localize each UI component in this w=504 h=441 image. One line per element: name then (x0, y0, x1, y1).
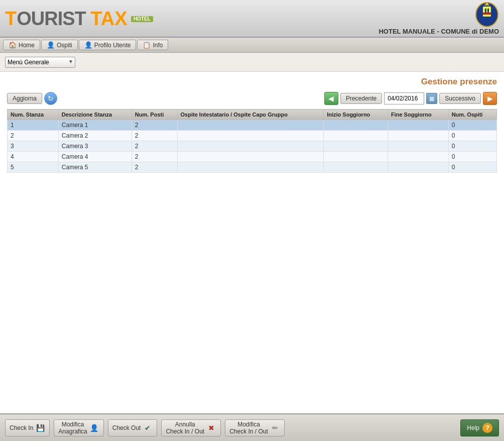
table-row[interactable]: 5Camera 520 (8, 162, 497, 173)
tab-ospiti[interactable]: 👤 Ospiti (41, 40, 78, 50)
modifica-anagrafica-button[interactable]: Modifica Anagrafica 👤 (54, 419, 103, 436)
info-icon: 📋 (143, 41, 151, 49)
table-row[interactable]: 3Camera 320 (8, 141, 497, 152)
table-cell: 5 (8, 162, 59, 173)
table-row[interactable]: 1Camera 120 (8, 120, 497, 131)
table-cell: 4 (8, 152, 59, 162)
table-cell: 1 (8, 120, 59, 131)
nav-controls: ◀ Precedente ▦ Successivo ▶ (324, 92, 497, 105)
table-cell: 0 (448, 141, 496, 152)
modifica-checkin-label: Modifica Check In / Out (229, 421, 268, 435)
edit-person-icon: 👤 (89, 423, 99, 433)
home-icon: 🏠 (9, 41, 17, 49)
table-cell: 2 (132, 141, 177, 152)
refresh-button[interactable]: ↻ (44, 92, 57, 105)
table-cell (388, 152, 448, 162)
col-inizio: Inizio Soggiorno (324, 109, 388, 120)
table-cell: Camera 1 (58, 120, 132, 131)
help-button[interactable]: Help ? (460, 419, 499, 436)
header-right: HOTEL MANUALE - COMUNE di DEMO (379, 2, 499, 35)
tab-profilo-utente[interactable]: 👤 Profilo Utente (79, 40, 137, 50)
logo-ourist: OURIST (17, 8, 90, 29)
col-fine: Fine Soggiorno (388, 109, 448, 120)
menu-generale-select[interactable]: Menù Generale Gestione Presenze Anagrafi… (5, 57, 75, 68)
table-cell: 2 (132, 120, 177, 131)
check-in-button[interactable]: Check In 💾 (5, 419, 50, 436)
hotel-name: HOTEL MANUALE - COMUNE di DEMO (379, 28, 499, 35)
table-cell (177, 141, 324, 152)
footer: Check In 💾 Modifica Anagrafica 👤 Check O… (0, 413, 504, 441)
table-cell (177, 131, 324, 141)
table-cell: Camera 5 (58, 162, 132, 173)
precedente-label: Precedente (346, 95, 376, 102)
table-cell: 3 (8, 141, 59, 152)
cancel-icon: ✖ (206, 423, 216, 433)
table-cell (324, 141, 388, 152)
modifica-anagrafica-label: Modifica Anagrafica (58, 421, 87, 435)
successivo-button[interactable]: Successivo (439, 93, 481, 104)
check-out-button[interactable]: Check Out ✔ (108, 419, 158, 436)
pencil-icon: ✏ (270, 423, 280, 433)
col-num-posti: Num. Posti (132, 109, 177, 120)
logo-area: TOURIST TAX HOTEL (5, 9, 153, 28)
table-row[interactable]: 4Camera 420 (8, 152, 497, 162)
successivo-label: Successivo (445, 95, 475, 102)
date-input[interactable] (384, 92, 424, 104)
page-title: Gestione presenze (7, 77, 497, 87)
svg-rect-2 (485, 9, 486, 13)
aggiorna-button[interactable]: Aggiorna (7, 93, 42, 104)
table-cell (324, 131, 388, 141)
col-num-stanza: Num. Stanza (8, 109, 59, 120)
tab-home[interactable]: 🏠 Home (3, 40, 40, 50)
calendar-icon: ▦ (429, 95, 434, 102)
table-cell: Camera 3 (58, 141, 132, 152)
tab-profilo-label: Profilo Utente (94, 42, 131, 49)
tab-home-label: Home (19, 42, 35, 49)
table-cell: 2 (8, 131, 59, 141)
calendar-button[interactable]: ▦ (426, 93, 437, 104)
table-cell: 0 (448, 120, 496, 131)
tab-info[interactable]: 📋 Info (137, 40, 168, 50)
tab-ospiti-label: Ospiti (57, 42, 72, 49)
precedente-button[interactable]: Precedente (340, 93, 382, 104)
save-icon: 💾 (35, 423, 45, 433)
svg-rect-3 (487, 9, 489, 13)
precedente-arrow-button[interactable]: ◀ (324, 92, 338, 105)
table-cell (388, 162, 448, 173)
svg-rect-1 (483, 7, 491, 17)
col-ospite: Ospite Intestatario / Ospite Capo Gruppo (177, 109, 324, 120)
header: TOURIST TAX HOTEL HOTEL MANUALE - COMUNE… (0, 0, 504, 38)
table-body: 1Camera 1202Camera 2203Camera 3204Camera… (8, 120, 497, 173)
table-cell (388, 120, 448, 131)
table-cell: 0 (448, 152, 496, 162)
successivo-arrow-button[interactable]: ▶ (483, 92, 497, 105)
logo-t: T (5, 8, 17, 29)
table-cell (177, 120, 324, 131)
refresh-icon: ↻ (48, 94, 54, 102)
right-arrow-icon: ▶ (487, 94, 493, 102)
col-desc-stanza: Descrizione Stanza (58, 109, 132, 120)
presenze-table: Num. Stanza Descrizione Stanza Num. Post… (7, 109, 497, 173)
profilo-icon: 👤 (84, 41, 92, 49)
table-cell (324, 162, 388, 173)
help-label: Help (467, 424, 479, 431)
controls-row: Aggiorna ↻ ◀ Precedente ▦ Successivo ▶ (7, 92, 497, 105)
table-cell (388, 131, 448, 141)
aggiorna-label: Aggiorna (13, 95, 37, 102)
table-cell: 2 (132, 152, 177, 162)
table-cell (388, 141, 448, 152)
table-cell (324, 152, 388, 162)
table-cell: 0 (448, 131, 496, 141)
table-cell: Camera 2 (58, 131, 132, 141)
crest-icon (475, 2, 499, 28)
ospiti-icon: 👤 (47, 41, 55, 49)
table-row[interactable]: 2Camera 220 (8, 131, 497, 141)
annulla-checkin-button[interactable]: Annulla Check In / Out ✖ (161, 419, 221, 436)
left-arrow-icon: ◀ (328, 94, 334, 102)
table-cell: 2 (132, 162, 177, 173)
modifica-checkin-button[interactable]: Modifica Check In / Out ✏ (225, 419, 285, 436)
menu-select-wrapper: Menù Generale Gestione Presenze Anagrafi… (5, 57, 75, 68)
table-cell (177, 162, 324, 173)
question-mark-icon: ? (482, 423, 492, 433)
annulla-label: Annulla Check In / Out (166, 421, 204, 435)
